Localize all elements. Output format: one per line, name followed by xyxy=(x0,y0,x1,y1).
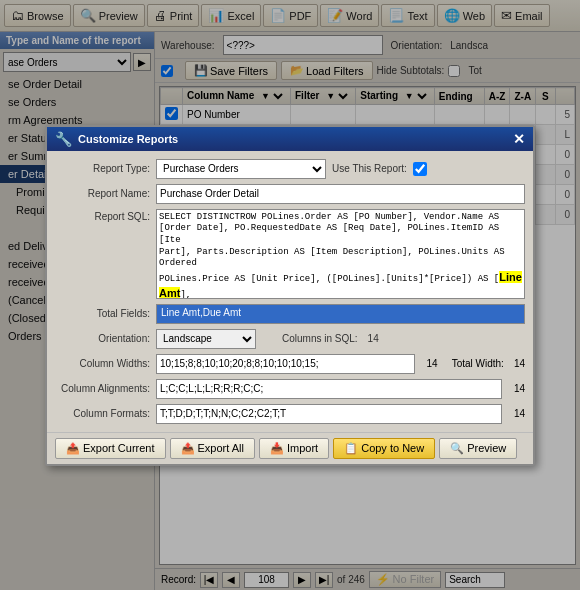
copy-to-new-button[interactable]: 📋 Copy to New xyxy=(333,438,435,459)
export-current-button[interactable]: 📤 Export Current xyxy=(55,438,166,459)
report-name-label: Report Name: xyxy=(55,188,150,199)
modal-title-icon: 🔧 xyxy=(55,131,72,147)
col-widths-input[interactable] xyxy=(156,354,415,374)
col-fmt-row: Column Formats: 14 xyxy=(55,404,525,424)
export-all-icon: 📤 xyxy=(181,442,195,455)
report-sql-row: Report SQL: SELECT DISTINCTROW POLines.O… xyxy=(55,209,525,299)
copy-to-new-icon: 📋 xyxy=(344,442,358,455)
sql-text-area[interactable]: SELECT DISTINCTROW POLines.Order AS [PO … xyxy=(156,209,525,299)
import-icon: 📥 xyxy=(270,442,284,455)
modal-footer: 📤 Export Current 📤 Export All 📥 Import 📋… xyxy=(47,432,533,464)
report-sql-label: Report SQL: xyxy=(55,211,150,222)
col-align-label: Column Alignments: xyxy=(55,383,150,394)
total-fields-value[interactable]: Line Amt,Due Amt xyxy=(156,304,525,324)
col-widths-row: Column Widths: 14 Total Width: 14 xyxy=(55,354,525,374)
columns-in-sql-value: 14 xyxy=(368,333,379,344)
customize-reports-modal: 🔧 Customize Reports ✕ Report Type: Purch… xyxy=(45,125,535,466)
modal-body: Report Type: Purchase Orders Use This Re… xyxy=(47,151,533,432)
orientation-row: Orientation: Landscape Columns in SQL: 1… xyxy=(55,329,525,349)
total-width-label: Total Width: xyxy=(452,358,504,369)
modal-title: Customize Reports xyxy=(78,133,178,145)
import-button[interactable]: 📥 Import xyxy=(259,438,329,459)
use-report-checkbox[interactable] xyxy=(413,162,427,176)
export-all-button[interactable]: 📤 Export All xyxy=(170,438,255,459)
col-fmt-label: Column Formats: xyxy=(55,408,150,419)
modal-titlebar: 🔧 Customize Reports ✕ xyxy=(47,127,533,151)
use-report-label: Use This Report: xyxy=(332,163,407,174)
columns-in-sql-label: Columns in SQL: xyxy=(282,333,358,344)
total-fields-label: Total Fields: xyxy=(55,308,150,319)
report-type-row: Report Type: Purchase Orders Use This Re… xyxy=(55,159,525,179)
report-name-row: Report Name: xyxy=(55,184,525,204)
highlight-line-amt: Line Amt xyxy=(159,271,522,299)
col-align-input[interactable] xyxy=(156,379,502,399)
modal-overlay: 🔧 Customize Reports ✕ Report Type: Purch… xyxy=(0,0,580,590)
col-widths-num: 14 xyxy=(427,358,438,369)
col-widths-label: Column Widths: xyxy=(55,358,150,369)
orient-modal-label: Orientation: xyxy=(55,333,150,344)
modal-preview-icon: 🔍 xyxy=(450,442,464,455)
report-name-input[interactable] xyxy=(156,184,525,204)
modal-preview-button[interactable]: 🔍 Preview xyxy=(439,438,517,459)
report-type-select[interactable]: Purchase Orders xyxy=(156,159,326,179)
col-fmt-input[interactable] xyxy=(156,404,502,424)
modal-close-button[interactable]: ✕ xyxy=(513,131,525,147)
export-current-icon: 📤 xyxy=(66,442,80,455)
col-fmt-num: 14 xyxy=(514,408,525,419)
col-align-num: 14 xyxy=(514,383,525,394)
total-width-value: 14 xyxy=(514,358,525,369)
report-type-label: Report Type: xyxy=(55,163,150,174)
total-fields-row: Total Fields: Line Amt,Due Amt xyxy=(55,304,525,324)
col-align-row: Column Alignments: 14 xyxy=(55,379,525,399)
orientation-select[interactable]: Landscape xyxy=(156,329,256,349)
